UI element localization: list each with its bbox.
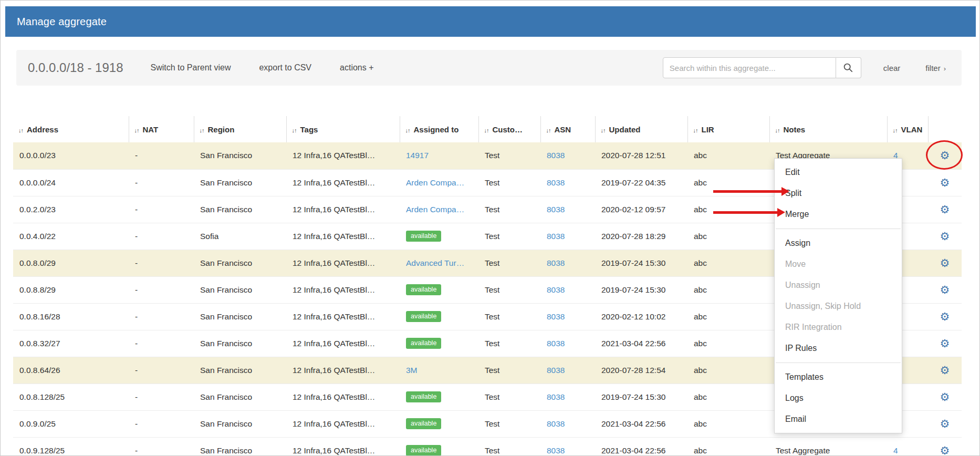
column-label: Region (208, 125, 235, 134)
assigned-to-link[interactable]: Advanced Tur… (406, 258, 464, 267)
row-actions-gear-icon[interactable]: ⚙ (940, 257, 950, 269)
row-actions-gear-icon[interactable]: ⚙ (940, 391, 950, 403)
cell-tags: 12 Infra,16 QATestBl… (286, 357, 400, 384)
asn-link[interactable]: 8038 (547, 285, 565, 294)
cell-nat: - (129, 410, 194, 437)
cell-asn: 8038 (540, 330, 595, 357)
switch-parent-view-link[interactable]: Switch to Parent view (150, 63, 231, 72)
cell-tags: 12 Infra,16 QATestBl… (286, 384, 400, 410)
cell-vlan: 4 (887, 437, 928, 456)
column-header-asn[interactable]: ↓↑ASN (540, 116, 595, 142)
column-header-assigned-to[interactable]: ↓↑Assigned to (400, 116, 478, 142)
cell-customer: Test (478, 410, 540, 437)
asn-link[interactable]: 8038 (547, 151, 565, 160)
cell-address: 0.0.9.128/25 (13, 437, 129, 456)
cell-nat: - (129, 169, 194, 196)
row-actions-gear-icon[interactable]: ⚙ (940, 284, 950, 296)
column-label: Custo… (493, 125, 523, 134)
cell-region: San Francisco (194, 357, 286, 384)
sort-icon: ↓↑ (693, 127, 698, 133)
cell-nat: - (129, 303, 194, 330)
assigned-to-link[interactable]: 3M (406, 366, 418, 375)
row-actions-gear-icon[interactable]: ⚙ (940, 310, 950, 323)
sort-icon: ↓↑ (601, 127, 606, 133)
cell-updated: 2020-07-28 12:51 (595, 142, 687, 169)
cell-updated: 2021-03-04 22:56 (595, 410, 687, 437)
cell-asn: 8038 (540, 384, 595, 410)
row-actions-gear-icon[interactable]: ⚙ (940, 149, 950, 161)
asn-link[interactable]: 8038 (547, 232, 565, 241)
column-header-updated[interactable]: ↓↑Updated (595, 116, 687, 142)
aggregate-toolbar: 0.0.0.0/18 - 1918 Switch to Parent view … (16, 50, 962, 86)
menu-item-split[interactable]: Split (775, 183, 902, 204)
menu-item-merge[interactable]: Merge (775, 204, 902, 225)
cell-address: 0.0.8.64/26 (13, 357, 129, 384)
column-header-lir[interactable]: ↓↑LIR (687, 116, 769, 142)
column-header-tags[interactable]: ↓↑Tags (286, 116, 400, 142)
row-actions-gear-icon[interactable]: ⚙ (940, 203, 950, 215)
cell-assigned-to: available (400, 410, 478, 437)
cell-address: 0.0.0.0/23 (13, 142, 129, 169)
cell-customer: Test (478, 196, 540, 223)
column-header-custo-[interactable]: ↓↑Custo… (478, 116, 540, 142)
asn-link[interactable]: 8038 (547, 258, 565, 267)
menu-item-templates[interactable]: Templates (775, 367, 902, 388)
cell-updated: 2020-02-12 09:57 (595, 196, 687, 223)
cell-lir: abc (687, 384, 769, 410)
row-actions-gear-icon[interactable]: ⚙ (940, 230, 950, 242)
cell-customer: Test (478, 223, 540, 250)
row-actions-gear-icon[interactable]: ⚙ (940, 337, 950, 349)
clear-link[interactable]: clear (883, 64, 901, 72)
asn-link[interactable]: 8038 (547, 419, 565, 428)
menu-item-edit[interactable]: Edit (775, 162, 902, 183)
cell-updated: 2021-03-04 22:56 (595, 330, 687, 357)
cell-assigned-to: available (400, 384, 478, 410)
asn-link[interactable]: 8038 (547, 312, 565, 321)
export-csv-link[interactable]: export to CSV (259, 63, 311, 72)
asn-link[interactable]: 8038 (547, 339, 565, 348)
menu-item-assign[interactable]: Assign (775, 233, 902, 254)
asn-link[interactable]: 8038 (547, 446, 565, 455)
asn-link[interactable]: 8038 (547, 178, 565, 187)
search-button[interactable] (836, 57, 861, 78)
filter-link[interactable]: filter› (925, 64, 946, 72)
column-header-vlan[interactable]: ↓↑VLAN (887, 116, 928, 142)
menu-item-logs[interactable]: Logs (775, 388, 902, 409)
cell-tags: 12 Infra,16 QATestBl… (286, 223, 400, 250)
cell-customer: Test (478, 250, 540, 276)
cell-nat: - (129, 437, 194, 456)
cell-actions: ⚙ (928, 142, 962, 169)
asn-link[interactable]: 8038 (547, 205, 565, 214)
column-header-region[interactable]: ↓↑Region (194, 116, 286, 142)
cell-tags: 12 Infra,16 QATestBl… (286, 142, 400, 169)
cell-region: San Francisco (194, 196, 286, 223)
column-header-notes[interactable]: ↓↑Notes (769, 116, 887, 142)
assigned-to-link[interactable]: 14917 (406, 151, 429, 160)
filter-label: filter (925, 64, 940, 72)
vlan-link[interactable]: 4 (893, 446, 898, 455)
column-label: ASN (555, 125, 571, 134)
column-header-nat[interactable]: ↓↑NAT (129, 116, 194, 142)
cell-assigned-to: available (400, 330, 478, 357)
menu-item-rir-integration: RIR Integration (775, 317, 902, 338)
row-actions-gear-icon[interactable]: ⚙ (940, 177, 950, 189)
cell-tags: 12 Infra,16 QATestBl… (286, 330, 400, 357)
cell-address: 0.0.8.16/28 (13, 303, 129, 330)
assigned-to-link[interactable]: Arden Compa… (406, 178, 464, 187)
menu-item-email[interactable]: Email (775, 409, 902, 430)
cell-asn: 8038 (540, 196, 595, 223)
menu-item-ip-rules[interactable]: IP Rules (775, 338, 902, 359)
asn-link[interactable]: 8038 (547, 366, 565, 375)
cell-asn: 8038 (540, 142, 595, 169)
actions-menu-link[interactable]: actions + (340, 63, 373, 72)
table-header-row: ↓↑Address↓↑NAT↓↑Region↓↑Tags↓↑Assigned t… (13, 116, 962, 142)
assigned-to-link[interactable]: Arden Compa… (406, 205, 464, 214)
column-header-address[interactable]: ↓↑Address (13, 116, 129, 142)
row-actions-gear-icon[interactable]: ⚙ (940, 418, 950, 430)
cell-assigned-to: 3M (400, 357, 478, 384)
search-input[interactable] (663, 57, 836, 78)
asn-link[interactable]: 8038 (547, 392, 565, 401)
cell-customer: Test (478, 437, 540, 456)
row-actions-gear-icon[interactable]: ⚙ (940, 364, 950, 376)
row-actions-gear-icon[interactable]: ⚙ (940, 444, 950, 456)
